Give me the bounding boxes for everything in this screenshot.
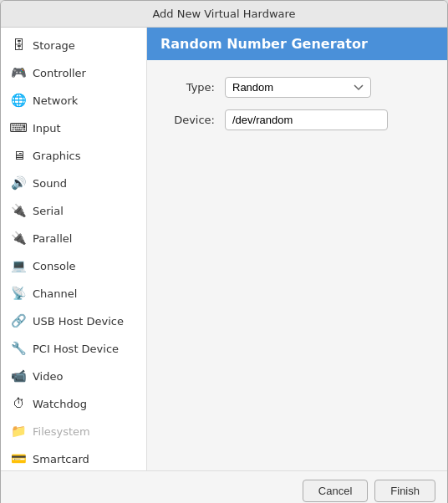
sidebar-item-label: Network <box>33 94 78 107</box>
sidebar-item-label: Parallel <box>33 232 72 245</box>
finish-button[interactable]: Finish <box>374 480 435 502</box>
sidebar-item-parallel[interactable]: 🔌Parallel <box>3 225 145 252</box>
sidebar-item-controller[interactable]: 🎮Controller <box>3 59 145 86</box>
sidebar-item-console[interactable]: 💻Console <box>3 252 145 279</box>
filesystem-icon: 📁 <box>9 422 28 440</box>
usb-icon: 🔗 <box>9 312 28 330</box>
type-select[interactable]: RandomEgd <box>225 77 371 98</box>
sidebar-item-input[interactable]: ⌨Input <box>3 114 145 141</box>
cancel-button[interactable]: Cancel <box>303 480 368 502</box>
network-icon: 🌐 <box>9 91 28 109</box>
sidebar: 🗄Storage🎮Controller🌐Network⌨Input🖥Graphi… <box>1 28 147 470</box>
content-form: Type: RandomEgd Device: <box>147 60 447 470</box>
pci-icon: 🔧 <box>9 339 28 358</box>
sidebar-item-pci-host[interactable]: 🔧PCI Host Device <box>3 335 145 362</box>
add-hardware-dialog: Add New Virtual Hardware 🗄Storage🎮Contro… <box>0 0 448 503</box>
sidebar-item-serial[interactable]: 🔌Serial <box>3 197 145 224</box>
sidebar-item-filesystem: 📁Filesystem <box>3 418 145 445</box>
type-row: Type: RandomEgd <box>160 77 434 98</box>
dialog-footer: Cancel Finish <box>1 470 447 503</box>
console-icon: 💻 <box>9 257 28 275</box>
sidebar-item-label: Smartcard <box>33 453 89 465</box>
sidebar-item-label: Video <box>33 370 63 383</box>
video-icon: 📹 <box>9 367 28 385</box>
device-label: Device: <box>160 114 215 126</box>
sidebar-item-label: Graphics <box>33 150 80 162</box>
sidebar-item-label: Watchdog <box>33 398 87 410</box>
sidebar-item-label: PCI Host Device <box>33 343 119 355</box>
dialog-title: Add New Virtual Hardware <box>1 1 447 28</box>
input-icon: ⌨ <box>9 119 28 137</box>
controller-icon: 🎮 <box>9 64 28 82</box>
sidebar-item-usb-host[interactable]: 🔗USB Host Device <box>3 307 145 334</box>
sidebar-item-label: Storage <box>33 39 75 52</box>
sidebar-item-watchdog[interactable]: ⏱Watchdog <box>3 390 145 417</box>
channel-icon: 📡 <box>9 284 28 302</box>
graphics-icon: 🖥 <box>9 146 28 165</box>
sidebar-item-network[interactable]: 🌐Network <box>3 87 145 114</box>
main-content: Random Number Generator Type: RandomEgd … <box>147 28 447 470</box>
serial-icon: 🔌 <box>9 201 28 220</box>
dialog-body: 🗄Storage🎮Controller🌐Network⌨Input🖥Graphi… <box>1 28 447 470</box>
sound-icon: 🔊 <box>9 174 28 192</box>
sidebar-item-label: Input <box>33 122 61 135</box>
sidebar-item-label: Filesystem <box>33 425 90 438</box>
sidebar-item-storage[interactable]: 🗄Storage <box>3 32 145 58</box>
sidebar-item-channel[interactable]: 📡Channel <box>3 280 145 307</box>
sidebar-item-label: Controller <box>33 67 86 79</box>
smartcard-icon: 💳 <box>9 450 28 468</box>
storage-icon: 🗄 <box>9 36 28 54</box>
parallel-icon: 🔌 <box>9 229 28 247</box>
watchdog-icon: ⏱ <box>9 394 28 413</box>
sidebar-item-graphics[interactable]: 🖥Graphics <box>3 142 145 169</box>
content-header: Random Number Generator <box>147 28 447 60</box>
type-label: Type: <box>160 81 215 94</box>
sidebar-item-label: Channel <box>33 287 77 300</box>
sidebar-item-video[interactable]: 📹Video <box>3 363 145 389</box>
device-input[interactable] <box>225 109 388 130</box>
sidebar-item-label: Console <box>33 260 76 272</box>
sidebar-item-label: USB Host Device <box>33 315 124 328</box>
device-row: Device: <box>160 109 434 130</box>
sidebar-item-smartcard[interactable]: 💳Smartcard <box>3 445 145 470</box>
sidebar-item-label: Serial <box>33 205 64 217</box>
sidebar-item-sound[interactable]: 🔊Sound <box>3 170 145 196</box>
sidebar-item-label: Sound <box>33 177 67 190</box>
